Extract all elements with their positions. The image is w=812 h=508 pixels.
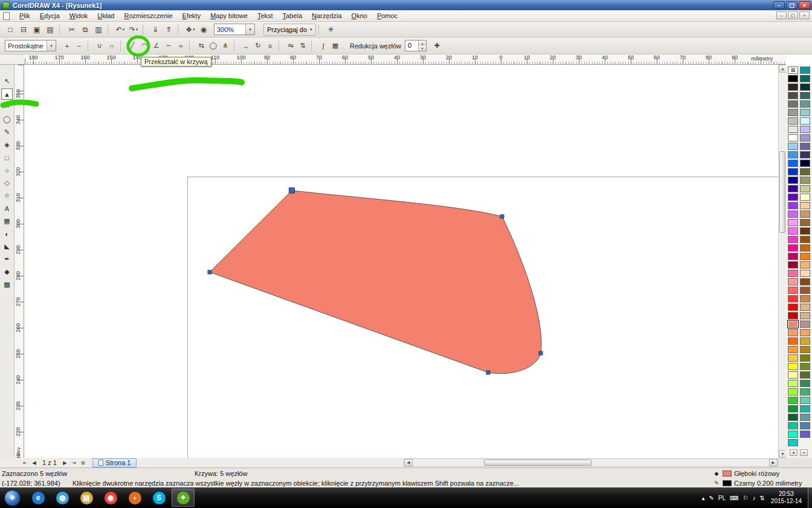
- taskbar-chrome[interactable]: ◉: [99, 489, 122, 507]
- palette-swatch[interactable]: [788, 185, 798, 192]
- palette-swatch[interactable]: [800, 270, 810, 277]
- palette-swatch[interactable]: [788, 304, 798, 311]
- tray-input-pen[interactable]: ✎: [709, 495, 714, 501]
- undo-button[interactable]: ↶▾: [114, 23, 127, 36]
- taskbar-firefox[interactable]: ◗: [123, 489, 146, 507]
- options-button[interactable]: ✳: [324, 23, 338, 36]
- menu-tekst[interactable]: Tekst: [253, 10, 278, 21]
- palette-swatch[interactable]: [800, 295, 810, 302]
- menu-efekty[interactable]: Efekty: [178, 10, 206, 21]
- outline-tool[interactable]: ✒: [1, 253, 13, 265]
- menu-pomoc[interactable]: Pomoc: [372, 10, 402, 21]
- palette-swatch[interactable]: [788, 244, 798, 252]
- app-launcher-button[interactable]: ❖▾: [184, 23, 197, 36]
- reflect-horizontal-button[interactable]: ⇋: [285, 39, 297, 53]
- chevron-down-icon[interactable]: ▾: [47, 41, 56, 51]
- palette-swatch[interactable]: [800, 210, 810, 218]
- palette-swatch[interactable]: [800, 397, 810, 404]
- palette-swatch[interactable]: [800, 134, 810, 142]
- palette-swatch[interactable]: [788, 134, 798, 142]
- first-page-button[interactable]: ⇤: [21, 458, 30, 467]
- horizontal-scrollbar-thumb[interactable]: [484, 460, 591, 466]
- vertical-scrollbar[interactable]: ▲ ▼: [778, 65, 786, 458]
- palette-swatch[interactable]: [788, 83, 798, 91]
- rectangle-tool[interactable]: □: [1, 152, 13, 163]
- palette-swatch[interactable]: [788, 261, 798, 269]
- tray-action-center[interactable]: ⚐: [743, 495, 748, 501]
- palette-swatch[interactable]: [800, 329, 810, 336]
- fill-color-swatch[interactable]: [723, 471, 732, 477]
- reflect-vertical-button[interactable]: ⇅: [297, 39, 309, 53]
- palette-swatch[interactable]: [788, 287, 798, 294]
- palette-swatch[interactable]: [800, 337, 810, 345]
- spin-down-icon[interactable]: ▾: [419, 46, 426, 51]
- palette-swatch[interactable]: [788, 143, 798, 150]
- menu-edycja[interactable]: Edycja: [35, 10, 65, 21]
- menu-widok[interactable]: Widok: [65, 10, 93, 21]
- convert-to-line-button[interactable]: ╱: [126, 39, 138, 53]
- import-button[interactable]: ⇓: [149, 23, 162, 36]
- palette-swatch[interactable]: [788, 397, 798, 404]
- basic-shapes-tool[interactable]: ☆: [1, 190, 13, 201]
- palette-swatch[interactable]: [800, 83, 810, 91]
- polygon-tool[interactable]: ◇: [1, 177, 13, 189]
- fill-tool[interactable]: ◆: [1, 266, 13, 278]
- palette-swatch[interactable]: [788, 295, 798, 302]
- palette-swatch[interactable]: [788, 422, 798, 429]
- palette-swatch[interactable]: [788, 278, 798, 285]
- palette-swatch[interactable]: [788, 321, 798, 328]
- menu-rozmieszczenie[interactable]: Rozmieszczenie: [119, 10, 177, 21]
- palette-swatch[interactable]: [788, 439, 798, 446]
- palette-swatch[interactable]: [800, 346, 810, 353]
- palette-swatch[interactable]: [788, 236, 798, 243]
- palette-swatch[interactable]: [788, 100, 798, 108]
- palette-swatch[interactable]: [800, 236, 810, 243]
- palette-swatch[interactable]: [788, 270, 798, 277]
- menu-układ[interactable]: Układ: [92, 10, 119, 21]
- palette-swatch[interactable]: [788, 354, 798, 362]
- palette-swatch[interactable]: [800, 126, 810, 133]
- doc-restore-button[interactable]: ▢: [788, 11, 798, 19]
- tray-keyboard[interactable]: ⌨: [730, 495, 738, 501]
- smart-fill-tool[interactable]: ◈: [1, 139, 13, 151]
- palette-swatch[interactable]: [800, 219, 810, 226]
- add-node-button[interactable]: +: [61, 39, 73, 53]
- palette-swatch[interactable]: [788, 388, 798, 396]
- palette-swatch[interactable]: [788, 194, 798, 201]
- print-button[interactable]: ▤: [44, 23, 57, 36]
- page-tab[interactable]: Strona 1: [92, 458, 137, 467]
- palette-scroll-down-button[interactable]: ▾: [790, 449, 798, 456]
- palette-swatch[interactable]: [788, 75, 798, 82]
- join-nodes-button[interactable]: ∪: [94, 39, 106, 53]
- palette-swatch[interactable]: [800, 100, 810, 108]
- palette-swatch[interactable]: [800, 371, 810, 379]
- taskbar-coreldraw[interactable]: ✦: [172, 489, 195, 507]
- palette-swatch[interactable]: [788, 92, 798, 99]
- palette-swatch[interactable]: [800, 194, 810, 201]
- palette-swatch[interactable]: [800, 151, 810, 158]
- stretch-nodes-button[interactable]: ↔: [240, 39, 252, 53]
- palette-swatch[interactable]: [800, 160, 810, 167]
- save-button[interactable]: ▣: [30, 23, 44, 36]
- vertical-scrollbar-thumb[interactable]: [779, 151, 785, 233]
- taskbar-browser-globe[interactable]: ◍: [51, 489, 74, 507]
- eyedropper-tool[interactable]: ◣: [1, 241, 13, 252]
- export-button[interactable]: ⇑: [162, 23, 175, 36]
- paste-button[interactable]: ▥: [92, 23, 105, 36]
- cut-button[interactable]: ✂: [65, 23, 79, 36]
- palette-swatch[interactable]: [788, 363, 798, 370]
- horizontal-scrollbar[interactable]: ◀ ▶: [404, 458, 778, 467]
- palette-swatch[interactable]: [800, 109, 810, 116]
- palette-swatch[interactable]: [800, 354, 810, 362]
- palette-swatch[interactable]: [788, 253, 798, 260]
- taskbar-file-explorer[interactable]: ▤: [75, 489, 98, 507]
- symmetrical-node-button[interactable]: ≈: [175, 39, 187, 53]
- palette-swatch[interactable]: [788, 219, 798, 226]
- menu-tabela[interactable]: Tabela: [278, 10, 307, 21]
- pick-tool[interactable]: ↖: [1, 76, 13, 87]
- palette-swatch[interactable]: [788, 126, 798, 133]
- selection-mode-combo[interactable]: Prostokątne ▾: [5, 40, 56, 51]
- menu-mapy-bitowe[interactable]: Mapy bitowe: [205, 10, 253, 21]
- rotate-nodes-button[interactable]: ↻: [252, 39, 264, 53]
- menu-okno[interactable]: Okno: [347, 10, 372, 21]
